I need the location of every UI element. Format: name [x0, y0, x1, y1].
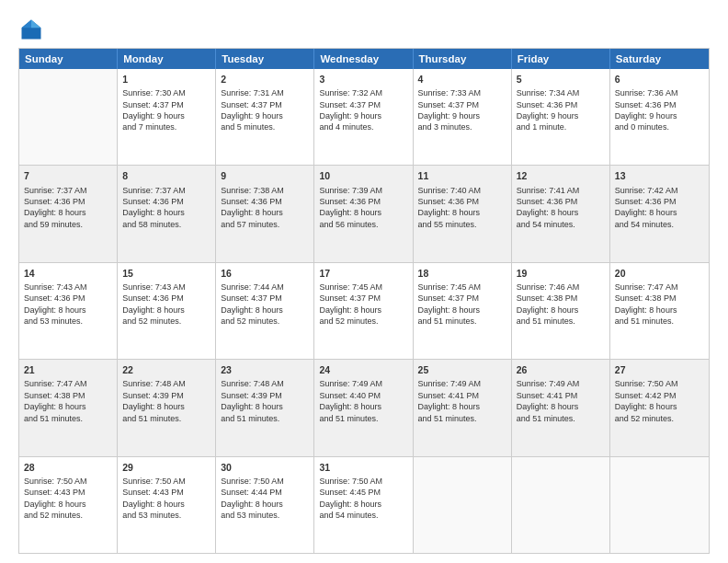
day-number: 29	[122, 461, 210, 474]
calendar-cell-r3-c2: 23Sunrise: 7:48 AM Sunset: 4:39 PM Dayli…	[216, 360, 314, 455]
header-cell-monday: Monday	[118, 49, 216, 69]
day-number: 20	[615, 267, 704, 280]
day-number: 19	[517, 267, 605, 280]
cell-text: Sunrise: 7:34 AM Sunset: 4:36 PM Dayligh…	[517, 87, 605, 133]
cell-text: Sunrise: 7:49 AM Sunset: 4:41 PM Dayligh…	[418, 378, 506, 424]
calendar-row-3: 21Sunrise: 7:47 AM Sunset: 4:38 PM Dayli…	[19, 360, 709, 456]
day-number: 24	[319, 363, 407, 376]
cell-text: Sunrise: 7:41 AM Sunset: 4:36 PM Dayligh…	[517, 185, 605, 231]
calendar-cell-r1-c1: 8Sunrise: 7:37 AM Sunset: 4:36 PM Daylig…	[118, 166, 216, 261]
calendar-cell-r4-c2: 30Sunrise: 7:50 AM Sunset: 4:44 PM Dayli…	[216, 457, 314, 553]
calendar-cell-r0-c0	[19, 69, 118, 165]
calendar-cell-r4-c1: 29Sunrise: 7:50 AM Sunset: 4:43 PM Dayli…	[118, 457, 216, 553]
calendar-cell-r1-c6: 13Sunrise: 7:42 AM Sunset: 4:36 PM Dayli…	[610, 166, 709, 261]
cell-text: Sunrise: 7:45 AM Sunset: 4:37 PM Dayligh…	[319, 282, 407, 327]
day-number: 23	[221, 363, 309, 376]
cell-text: Sunrise: 7:38 AM Sunset: 4:36 PM Dayligh…	[221, 185, 309, 231]
cell-text: Sunrise: 7:45 AM Sunset: 4:37 PM Dayligh…	[418, 282, 506, 327]
day-number: 6	[615, 73, 704, 86]
day-number: 28	[24, 461, 112, 474]
cell-text: Sunrise: 7:50 AM Sunset: 4:43 PM Dayligh…	[24, 476, 112, 522]
page: SundayMondayTuesdayWednesdayThursdayFrid…	[0, 0, 728, 563]
calendar-cell-r0-c2: 2Sunrise: 7:31 AM Sunset: 4:37 PM Daylig…	[216, 69, 314, 165]
calendar-cell-r2-c6: 20Sunrise: 7:47 AM Sunset: 4:38 PM Dayli…	[610, 263, 709, 359]
day-number: 8	[122, 169, 210, 182]
day-number: 9	[221, 169, 309, 182]
calendar-cell-r4-c5	[512, 457, 610, 553]
calendar-cell-r3-c6: 27Sunrise: 7:50 AM Sunset: 4:42 PM Dayli…	[610, 360, 709, 455]
cell-text: Sunrise: 7:50 AM Sunset: 4:45 PM Dayligh…	[319, 476, 407, 522]
header-cell-friday: Friday	[512, 49, 610, 69]
calendar-cell-r2-c0: 14Sunrise: 7:43 AM Sunset: 4:36 PM Dayli…	[19, 263, 118, 359]
day-number: 7	[24, 169, 112, 182]
day-number: 2	[221, 73, 309, 86]
cell-text: Sunrise: 7:37 AM Sunset: 4:36 PM Dayligh…	[122, 185, 210, 231]
calendar-cell-r3-c0: 21Sunrise: 7:47 AM Sunset: 4:38 PM Dayli…	[19, 360, 118, 455]
day-number: 10	[319, 169, 407, 182]
cell-text: Sunrise: 7:42 AM Sunset: 4:36 PM Dayligh…	[615, 185, 704, 231]
calendar-cell-r4-c6	[610, 457, 709, 553]
calendar-cell-r1-c0: 7Sunrise: 7:37 AM Sunset: 4:36 PM Daylig…	[19, 166, 118, 261]
logo-icon	[18, 17, 44, 42]
calendar-cell-r0-c3: 3Sunrise: 7:32 AM Sunset: 4:37 PM Daylig…	[314, 69, 413, 165]
cell-text: Sunrise: 7:49 AM Sunset: 4:41 PM Dayligh…	[517, 378, 605, 424]
day-number: 16	[221, 267, 309, 280]
day-number: 26	[517, 363, 605, 376]
day-number: 3	[319, 73, 407, 86]
calendar-cell-r0-c4: 4Sunrise: 7:33 AM Sunset: 4:37 PM Daylig…	[414, 69, 512, 165]
cell-text: Sunrise: 7:40 AM Sunset: 4:36 PM Dayligh…	[418, 185, 506, 231]
day-number: 15	[122, 267, 210, 280]
calendar-cell-r3-c4: 25Sunrise: 7:49 AM Sunset: 4:41 PM Dayli…	[414, 360, 512, 455]
cell-text: Sunrise: 7:50 AM Sunset: 4:42 PM Dayligh…	[615, 378, 704, 424]
calendar-row-4: 28Sunrise: 7:50 AM Sunset: 4:43 PM Dayli…	[19, 457, 709, 553]
day-number: 30	[221, 461, 309, 474]
header-cell-wednesday: Wednesday	[314, 49, 413, 69]
calendar-cell-r0-c6: 6Sunrise: 7:36 AM Sunset: 4:36 PM Daylig…	[610, 69, 709, 165]
cell-text: Sunrise: 7:43 AM Sunset: 4:36 PM Dayligh…	[24, 282, 112, 327]
day-number: 14	[24, 267, 112, 280]
calendar-header: SundayMondayTuesdayWednesdayThursdayFrid…	[19, 49, 709, 69]
calendar-cell-r1-c4: 11Sunrise: 7:40 AM Sunset: 4:36 PM Dayli…	[414, 166, 512, 261]
calendar-cell-r0-c1: 1Sunrise: 7:30 AM Sunset: 4:37 PM Daylig…	[118, 69, 216, 165]
cell-text: Sunrise: 7:46 AM Sunset: 4:38 PM Dayligh…	[517, 282, 605, 327]
cell-text: Sunrise: 7:39 AM Sunset: 4:36 PM Dayligh…	[319, 185, 407, 231]
cell-text: Sunrise: 7:43 AM Sunset: 4:36 PM Dayligh…	[122, 282, 210, 327]
cell-text: Sunrise: 7:37 AM Sunset: 4:36 PM Dayligh…	[24, 185, 112, 231]
calendar-cell-r2-c5: 19Sunrise: 7:46 AM Sunset: 4:38 PM Dayli…	[512, 263, 610, 359]
svg-marker-1	[31, 20, 41, 29]
calendar-cell-r1-c5: 12Sunrise: 7:41 AM Sunset: 4:36 PM Dayli…	[512, 166, 610, 261]
cell-text: Sunrise: 7:32 AM Sunset: 4:37 PM Dayligh…	[319, 87, 407, 133]
day-number: 31	[319, 461, 407, 474]
cell-text: Sunrise: 7:44 AM Sunset: 4:37 PM Dayligh…	[221, 282, 309, 327]
cell-text: Sunrise: 7:47 AM Sunset: 4:38 PM Dayligh…	[615, 282, 704, 327]
day-number: 17	[319, 267, 407, 280]
cell-text: Sunrise: 7:48 AM Sunset: 4:39 PM Dayligh…	[122, 378, 210, 424]
day-number: 18	[418, 267, 506, 280]
day-number: 1	[122, 73, 210, 86]
header-cell-sunday: Sunday	[19, 49, 118, 69]
cell-text: Sunrise: 7:50 AM Sunset: 4:44 PM Dayligh…	[221, 476, 309, 522]
cell-text: Sunrise: 7:48 AM Sunset: 4:39 PM Dayligh…	[221, 378, 309, 424]
calendar-cell-r2-c1: 15Sunrise: 7:43 AM Sunset: 4:36 PM Dayli…	[118, 263, 216, 359]
svg-marker-2	[22, 20, 32, 29]
header-cell-saturday: Saturday	[610, 49, 709, 69]
cell-text: Sunrise: 7:36 AM Sunset: 4:36 PM Dayligh…	[615, 87, 704, 133]
calendar-cell-r3-c1: 22Sunrise: 7:48 AM Sunset: 4:39 PM Dayli…	[118, 360, 216, 455]
cell-text: Sunrise: 7:31 AM Sunset: 4:37 PM Dayligh…	[221, 87, 309, 133]
calendar-cell-r4-c0: 28Sunrise: 7:50 AM Sunset: 4:43 PM Dayli…	[19, 457, 118, 553]
calendar-row-0: 1Sunrise: 7:30 AM Sunset: 4:37 PM Daylig…	[19, 69, 709, 166]
cell-text: Sunrise: 7:33 AM Sunset: 4:37 PM Dayligh…	[418, 87, 506, 133]
day-number: 4	[418, 73, 506, 86]
calendar-cell-r3-c5: 26Sunrise: 7:49 AM Sunset: 4:41 PM Dayli…	[512, 360, 610, 455]
calendar-cell-r2-c2: 16Sunrise: 7:44 AM Sunset: 4:37 PM Dayli…	[216, 263, 314, 359]
day-number: 22	[122, 363, 210, 376]
calendar-cell-r1-c3: 10Sunrise: 7:39 AM Sunset: 4:36 PM Dayli…	[314, 166, 413, 261]
calendar-cell-r0-c5: 5Sunrise: 7:34 AM Sunset: 4:36 PM Daylig…	[512, 69, 610, 165]
header-cell-tuesday: Tuesday	[216, 49, 314, 69]
logo	[18, 17, 48, 42]
calendar-cell-r4-c3: 31Sunrise: 7:50 AM Sunset: 4:45 PM Dayli…	[314, 457, 413, 553]
calendar: SundayMondayTuesdayWednesdayThursdayFrid…	[18, 48, 710, 554]
cell-text: Sunrise: 7:50 AM Sunset: 4:43 PM Dayligh…	[122, 476, 210, 522]
header-cell-thursday: Thursday	[414, 49, 512, 69]
calendar-row-1: 7Sunrise: 7:37 AM Sunset: 4:36 PM Daylig…	[19, 166, 709, 262]
